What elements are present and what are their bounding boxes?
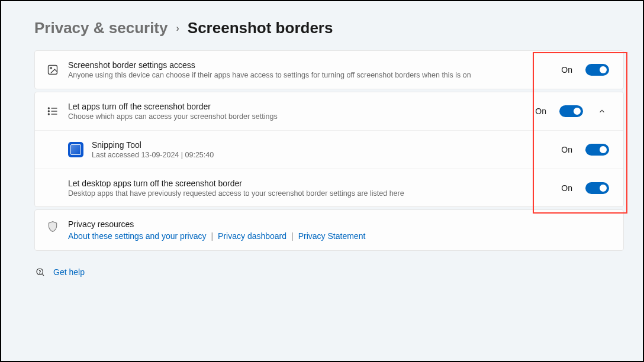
svg-rect-0 [49,66,57,75]
svg-point-4 [48,114,49,115]
privacy-heading: Privacy resources [68,219,365,229]
breadcrumb-prev[interactable]: Privacy & security [34,19,168,37]
svg-point-8 [37,269,43,275]
toggle-status: On [535,106,546,116]
toggle-status: On [561,65,572,75]
list-icon [46,104,60,118]
link-about-settings[interactable]: About these settings and your privacy [68,231,206,241]
setting-card-access: Screenshot border settings access Anyone… [34,50,624,89]
setting-title: Screenshot border settings access [68,60,553,70]
setting-subtitle: Desktop apps that have previously reques… [68,189,553,198]
app-title: Snipping Tool [92,140,553,150]
svg-point-3 [48,111,49,112]
setting-subtitle: Anyone using this device can choose if t… [68,71,553,79]
breadcrumb: Privacy & security › Screenshot borders [34,19,624,37]
get-help-link[interactable]: Get help [53,267,85,277]
separator: | [291,231,294,241]
help-icon [34,266,46,278]
setting-subtitle: Choose which apps can access your screen… [68,112,527,121]
link-privacy-dashboard[interactable]: Privacy dashboard [218,231,286,241]
setting-title: Let desktop apps turn off the screenshot… [68,179,553,188]
link-privacy-statement[interactable]: Privacy Statement [298,231,366,241]
get-help-row: Get help [34,266,624,278]
separator: | [211,231,213,241]
app-subtitle: Last accessed 13-09-2024 | 09:25:40 [92,151,553,159]
image-icon [46,63,60,77]
setting-row-desktop-apps: Let desktop apps turn off the screenshot… [35,169,623,206]
setting-card-apps: Let apps turn off the screenshot border … [34,92,624,207]
toggle-apps[interactable] [559,105,583,117]
chevron-up-icon[interactable] [595,104,609,118]
breadcrumb-current: Screenshot borders [188,19,333,37]
snipping-tool-icon [68,142,83,157]
toggle-desktop-apps[interactable] [585,182,609,194]
chevron-right-icon: › [176,23,179,34]
setting-title: Let apps turn off the screenshot border [68,102,527,111]
toggle-status: On [561,145,572,154]
svg-point-1 [50,67,52,69]
app-row-snipping-tool: Snipping Tool Last accessed 13-09-2024 |… [35,131,623,169]
svg-point-2 [48,108,49,109]
svg-point-9 [40,273,40,273]
toggle-snipping-tool[interactable] [585,144,609,156]
privacy-resources-card: Privacy resources About these settings a… [34,209,624,251]
shield-icon [46,219,60,234]
toggle-access[interactable] [585,64,609,76]
toggle-status: On [561,183,572,193]
